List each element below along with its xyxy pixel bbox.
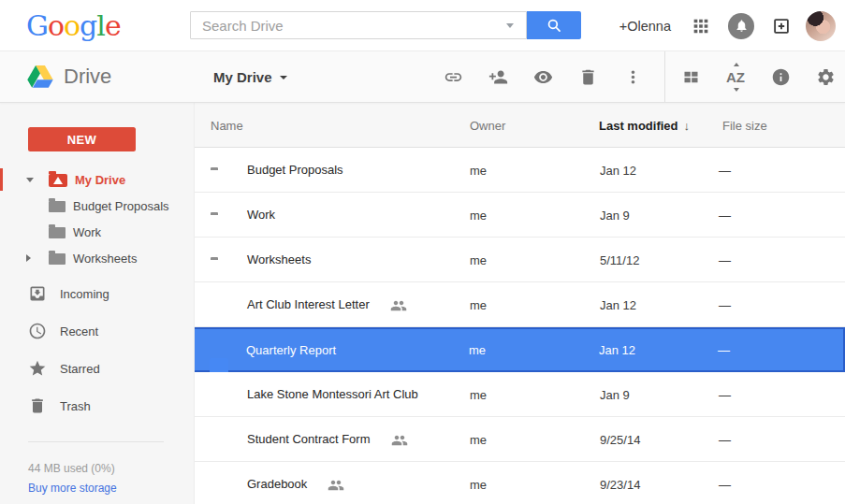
sort-direction-icon: ↓ <box>684 118 691 132</box>
file-name: Worksheets <box>247 252 311 266</box>
column-header-last-modified[interactable]: Last modified↓ <box>599 118 690 132</box>
google-logo-letter: o <box>64 9 80 42</box>
file-owner: me <box>470 477 487 491</box>
sidebar-item-incoming[interactable]: Incoming <box>0 275 194 312</box>
topbar-right-cluster: +Olenna <box>619 0 836 51</box>
google-logo-letter: l <box>96 9 105 42</box>
table-row[interactable]: Student Contract Form me 9/25/14 — <box>195 417 845 462</box>
tree-item-label: Work <box>73 225 101 239</box>
breadcrumb[interactable]: My Drive <box>213 51 287 102</box>
get-link-button[interactable] <box>430 51 475 102</box>
sidebar-item-trash[interactable]: Trash <box>0 387 194 425</box>
file-size: — <box>719 432 731 446</box>
search-options-caret-icon[interactable] <box>506 23 514 28</box>
selection-actions <box>430 51 655 102</box>
tree-item-icon <box>49 253 66 265</box>
tree-item-icon <box>49 227 66 238</box>
apps-grid-icon[interactable] <box>688 13 714 39</box>
link-icon <box>444 67 463 87</box>
sidebar-item-label: Trash <box>60 399 91 413</box>
google-logo[interactable]: Google <box>26 0 121 50</box>
file-size: — <box>719 387 731 401</box>
notifications-bell-icon[interactable] <box>725 10 757 42</box>
table-row[interactable]: Quarterly Report me Jan 12 — <box>195 327 845 372</box>
drive-brand[interactable]: Drive <box>27 51 111 102</box>
file-owner: me <box>470 163 487 177</box>
google-logo-letter: g <box>80 9 96 42</box>
google-logo-letter: e <box>105 9 121 42</box>
trash-icon <box>578 67 598 87</box>
tree-arrow-icon[interactable] <box>26 178 34 182</box>
file-owner: me <box>470 297 487 311</box>
table-row[interactable]: Gradebook me 9/23/14 — <box>195 462 845 504</box>
grid-view-icon <box>681 67 701 87</box>
inbox-icon <box>28 284 47 303</box>
file-size: — <box>718 343 730 357</box>
file-modified: Jan 9 <box>600 208 630 222</box>
sort-az-icon: AZ <box>726 69 745 85</box>
more-options-icon <box>623 67 643 87</box>
search-bar <box>190 11 581 39</box>
account-name[interactable]: +Olenna <box>619 19 671 34</box>
sidebar-item-recent[interactable]: Recent <box>0 312 194 350</box>
table-row[interactable]: Lake Stone Montessori Art Club me Jan 9 … <box>195 372 845 417</box>
table-row[interactable]: Work me Jan 9 — <box>195 193 845 238</box>
file-size: — <box>719 208 731 222</box>
preview-eye-icon <box>533 67 553 87</box>
table-row[interactable]: Budget Proposals me Jan 12 — <box>195 148 845 193</box>
star-icon <box>28 359 47 378</box>
breadcrumb-label: My Drive <box>213 69 272 85</box>
file-name: Gradebook <box>247 477 307 491</box>
file-size: — <box>719 477 731 491</box>
sort-button[interactable]: AZ <box>713 51 758 102</box>
share-button[interactable] <box>475 51 520 102</box>
table-row[interactable]: Art Club Interest Letter me Jan 12 — <box>195 282 845 327</box>
file-modified: Jan 9 <box>600 387 630 401</box>
file-modified: 5/11/12 <box>600 252 639 266</box>
file-modified: Jan 12 <box>600 163 636 177</box>
shared-people-icon <box>328 477 344 494</box>
sidebar-tree-item[interactable]: Worksheets <box>0 245 194 271</box>
sidebar-tree: My Drive Budget Proposals Work Worksheet… <box>0 166 194 271</box>
preview-button[interactable] <box>520 51 565 102</box>
storage-usage-text: 44 MB used (0%) <box>28 462 194 475</box>
file-owner: me <box>470 432 487 446</box>
top-header: Google +Olenna <box>0 0 845 51</box>
file-name: Student Contract Form <box>247 432 371 446</box>
google-logo-letter: G <box>26 9 48 42</box>
tree-item-label: Budget Proposals <box>73 199 169 213</box>
sidebar-tree-item[interactable]: Budget Proposals <box>0 193 194 219</box>
search-input[interactable] <box>190 11 527 39</box>
new-button[interactable]: NEW <box>28 127 136 151</box>
settings-button[interactable] <box>803 51 845 102</box>
file-owner: me <box>470 252 487 266</box>
sidebar-tree-item[interactable]: Work <box>0 219 194 245</box>
sidebar-item-label: Starred <box>60 362 100 376</box>
tree-item-label: My Drive <box>75 173 125 187</box>
tree-arrow-icon[interactable] <box>26 254 31 262</box>
info-button[interactable] <box>758 51 803 102</box>
shared-people-icon <box>390 297 407 314</box>
avatar[interactable] <box>806 11 836 41</box>
file-owner: me <box>469 343 486 357</box>
trash-icon <box>28 396 47 415</box>
grid-view-button[interactable] <box>668 51 713 102</box>
column-header-owner[interactable]: Owner <box>470 118 505 132</box>
column-header-name[interactable]: Name <box>211 118 243 132</box>
column-header-file-size[interactable]: File size <box>722 118 767 132</box>
delete-button[interactable] <box>565 51 610 102</box>
search-button[interactable] <box>527 11 581 39</box>
buy-storage-link[interactable]: Buy more storage <box>28 482 194 495</box>
file-modified: 9/25/14 <box>600 432 640 446</box>
sidebar-tree-item[interactable]: My Drive <box>0 166 194 193</box>
sidebar-item-starred[interactable]: Starred <box>0 350 194 387</box>
more-options-button[interactable] <box>610 51 655 102</box>
table-row[interactable]: Worksheets me 5/11/12 — <box>195 238 845 282</box>
add-box-icon[interactable] <box>768 13 794 39</box>
file-size: — <box>719 297 731 311</box>
settings-gear-icon <box>816 67 836 87</box>
search-icon <box>546 17 563 35</box>
view-tools: AZ <box>668 51 845 102</box>
file-modified: Jan 12 <box>599 343 635 357</box>
file-list: Name Owner Last modified↓ File size Budg… <box>195 103 845 504</box>
